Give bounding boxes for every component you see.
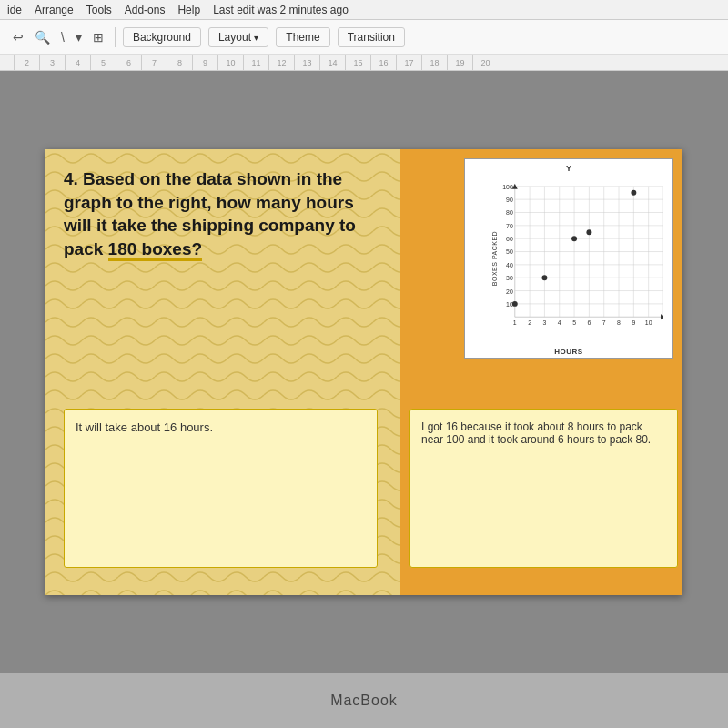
line-tool-button[interactable]: \ (57, 28, 68, 46)
ruler-mark: 20 (472, 55, 498, 71)
ruler-mark: 19 (447, 55, 472, 71)
ruler-mark: 12 (268, 55, 294, 71)
layout-dropdown-icon: ▾ (254, 33, 258, 43)
background-button[interactable]: Background (123, 27, 201, 47)
answer-box-right[interactable]: I got 16 because it took about 8 hours t… (410, 409, 678, 568)
svg-text:7: 7 (602, 319, 606, 326)
svg-text:20: 20 (506, 288, 513, 295)
toolbar-icon-group: ↩ 🔍 \ ▾ ⊞ (9, 28, 107, 46)
svg-text:100: 100 (502, 184, 513, 190)
last-edit-status: Last edit was 2 minutes ago (213, 4, 349, 16)
toolbar-divider (115, 27, 116, 47)
graph-y-axis-label: BOXES PACKED (491, 231, 498, 286)
ruler-mark: 2 (14, 55, 39, 71)
answer-left-text: It will take about 16 hours. (76, 420, 213, 434)
ruler-mark: 15 (345, 55, 370, 71)
svg-marker-44 (661, 314, 663, 319)
search-button[interactable]: 🔍 (31, 28, 54, 46)
svg-text:80: 80 (506, 209, 513, 216)
svg-text:50: 50 (506, 248, 513, 255)
highlighted-text: 180 boxes? (108, 239, 203, 261)
dropdown-arrow-btn[interactable]: ▾ (72, 28, 86, 46)
svg-text:60: 60 (506, 236, 513, 242)
svg-text:3: 3 (543, 319, 547, 326)
svg-text:9: 9 (632, 319, 635, 326)
svg-text:2: 2 (528, 319, 531, 326)
graph-y-title: Y (566, 164, 571, 173)
transition-button[interactable]: Transition (338, 27, 405, 47)
svg-text:70: 70 (506, 223, 513, 229)
ruler: 2 3 4 5 6 7 8 9 10 11 12 13 14 15 16 17 … (0, 55, 728, 71)
question-text: 4. Based on the data shown in the graph … (64, 167, 373, 261)
ruler-mark: 17 (396, 55, 421, 71)
theme-button[interactable]: Theme (276, 27, 329, 47)
menu-tools[interactable]: Tools (86, 4, 112, 16)
ruler-mark: 10 (217, 55, 243, 71)
layout-button[interactable]: Layout ▾ (208, 27, 268, 47)
svg-point-46 (541, 275, 547, 280)
macbook-label: MacBook (330, 693, 398, 709)
ruler-mark: 14 (319, 55, 345, 71)
svg-text:5: 5 (572, 319, 576, 326)
toolbar: ↩ 🔍 \ ▾ ⊞ Background Layout ▾ Theme Tran… (0, 20, 728, 55)
menu-ide[interactable]: ide (7, 4, 22, 16)
ruler-marks: 2 3 4 5 6 7 8 9 10 11 12 13 14 15 16 17 … (14, 55, 498, 71)
svg-point-47 (571, 236, 577, 241)
macbook-bar: MacBook (0, 673, 728, 728)
menu-help[interactable]: Help (177, 4, 200, 16)
slide[interactable]: 4. Based on the data shown in the graph … (46, 149, 682, 595)
ruler-mark: 18 (421, 55, 447, 71)
grid-button[interactable]: ⊞ (89, 28, 107, 46)
svg-text:1: 1 (513, 319, 517, 326)
graph-svg: 100 90 80 70 60 50 40 30 20 10 1 2 3 4 5 (497, 173, 663, 335)
menu-arrange[interactable]: Arrange (35, 4, 74, 16)
svg-text:4: 4 (558, 319, 561, 326)
ruler-mark: 9 (192, 55, 217, 71)
slide-left-panel: 4. Based on the data shown in the graph … (46, 149, 400, 595)
svg-text:90: 90 (506, 197, 513, 203)
svg-text:40: 40 (506, 262, 513, 268)
svg-text:8: 8 (617, 319, 621, 326)
svg-text:30: 30 (506, 275, 513, 281)
svg-text:10: 10 (506, 301, 513, 308)
ruler-mark: 4 (65, 55, 90, 71)
svg-point-48 (586, 229, 592, 235)
question-content: 4. Based on the data shown in the graph … (64, 169, 356, 261)
menu-addons[interactable]: Add-ons (125, 4, 166, 16)
svg-text:10: 10 (645, 319, 652, 326)
svg-text:6: 6 (587, 319, 591, 326)
ruler-mark: 3 (39, 55, 65, 71)
ruler-mark: 11 (243, 55, 268, 71)
svg-point-45 (512, 301, 518, 307)
undo-button[interactable]: ↩ (9, 28, 27, 46)
svg-point-49 (631, 190, 636, 196)
ruler-mark: 8 (167, 55, 192, 71)
menu-bar: ide Arrange Tools Add-ons Help Last edit… (0, 0, 728, 20)
answer-right-text: I got 16 because it took about 8 hours t… (421, 420, 651, 446)
ruler-mark: 5 (90, 55, 116, 71)
ruler-mark: 16 (370, 55, 396, 71)
ruler-mark: 7 (141, 55, 167, 71)
answer-box-left[interactable]: It will take about 16 hours. (64, 409, 378, 568)
slide-area: 4. Based on the data shown in the graph … (0, 71, 728, 673)
ruler-mark: 6 (116, 55, 141, 71)
ruler-mark: 13 (294, 55, 319, 71)
graph-container: Y BOXES PACKED HOURS (464, 158, 673, 359)
slide-right-panel: Y BOXES PACKED HOURS (400, 149, 682, 595)
graph-x-axis-label: HOURS (554, 348, 582, 356)
